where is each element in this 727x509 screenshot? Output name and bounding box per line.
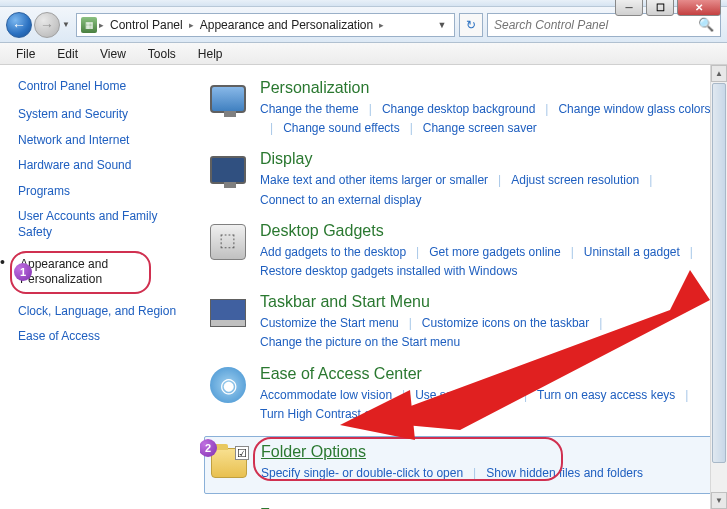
link-separator: | (410, 119, 413, 138)
category-title[interactable]: Folder Options (261, 443, 714, 461)
scrollbar[interactable]: ▲ ▼ (710, 65, 727, 509)
category-link[interactable]: Change the theme (260, 100, 359, 119)
breadcrumb-seg[interactable]: Control Panel (106, 18, 187, 32)
category-link[interactable]: Accommodate low vision (260, 386, 392, 405)
search-input[interactable] (494, 18, 698, 32)
maximize-button[interactable]: ☐ (646, 0, 674, 16)
category-link[interactable]: Use screen reader (415, 386, 514, 405)
category-ease-of-access-center: ◉Ease of Access CenterAccommodate low vi… (208, 365, 715, 424)
link-separator: | (599, 314, 602, 333)
scroll-down-button[interactable]: ▼ (711, 492, 727, 509)
menu-edit[interactable]: Edit (47, 45, 88, 63)
refresh-button[interactable]: ↻ (459, 13, 483, 37)
link-separator: | (473, 464, 476, 483)
sidebar-item-programs[interactable]: Programs (18, 184, 190, 200)
category-link[interactable]: Change screen saver (423, 119, 537, 138)
personalization-icon (208, 79, 248, 119)
category-link[interactable]: Add gadgets to the desktop (260, 243, 406, 262)
nav-history-dropdown[interactable]: ▼ (62, 20, 72, 30)
minimize-button[interactable]: ─ (615, 0, 643, 16)
category-link[interactable]: Change desktop background (382, 100, 535, 119)
address-dropdown[interactable]: ▼ (434, 20, 450, 30)
breadcrumb-sep: ▸ (379, 20, 384, 30)
close-button[interactable]: ✕ (677, 0, 721, 16)
category-folder-options: Folder OptionsSpecify single- or double-… (204, 436, 719, 494)
category-link[interactable]: Get more gadgets online (429, 243, 560, 262)
link-separator: | (545, 100, 548, 119)
category-title[interactable]: Personalization (260, 79, 715, 97)
content-pane: PersonalizationChange the theme|Change d… (200, 65, 727, 509)
category-desktop-gadgets: Desktop GadgetsAdd gadgets to the deskto… (208, 222, 715, 281)
category-title[interactable]: Ease of Access Center (260, 365, 715, 383)
category-link[interactable]: Change sound effects (283, 119, 400, 138)
category-link[interactable]: Adjust screen resolution (511, 171, 639, 190)
annotation-badge-2: 2 (200, 439, 217, 457)
link-separator: | (369, 100, 372, 119)
breadcrumb-sep: ▸ (189, 20, 194, 30)
link-separator: | (402, 386, 405, 405)
breadcrumb-seg[interactable]: Appearance and Personalization (196, 18, 377, 32)
sidebar-item-network[interactable]: Network and Internet (18, 133, 190, 149)
menu-file[interactable]: File (6, 45, 45, 63)
category-personalization: PersonalizationChange the theme|Change d… (208, 79, 715, 138)
taskbar-and-start-menu-icon (208, 293, 248, 333)
desktop-gadgets-icon (208, 222, 248, 262)
category-link[interactable]: Customize icons on the taskbar (422, 314, 589, 333)
breadcrumb-sep: ▸ (99, 20, 104, 30)
nav-buttons: ← → ▼ (6, 12, 72, 38)
category-link[interactable]: Uninstall a gadget (584, 243, 680, 262)
link-separator: | (685, 386, 688, 405)
category-link[interactable]: Turn High Contrast on or off (260, 405, 408, 424)
category-display: DisplayMake text and other items larger … (208, 150, 715, 209)
main-area: Control Panel Home System and Security N… (0, 65, 727, 509)
sidebar-item-ease[interactable]: Ease of Access (18, 329, 190, 345)
category-link[interactable]: Restore desktop gadgets installed with W… (260, 262, 517, 281)
category-link[interactable]: Change window glass colors (558, 100, 710, 119)
scroll-up-button[interactable]: ▲ (711, 65, 727, 82)
link-separator: | (270, 119, 273, 138)
menu-bar: File Edit View Tools Help (0, 43, 727, 65)
back-button[interactable]: ← (6, 12, 32, 38)
menu-help[interactable]: Help (188, 45, 233, 63)
category-link[interactable]: Make text and other items larger or smal… (260, 171, 488, 190)
category-taskbar-and-start-menu: Taskbar and Start MenuCustomize the Star… (208, 293, 715, 352)
sidebar-item-hardware[interactable]: Hardware and Sound (18, 158, 190, 174)
link-separator: | (498, 171, 501, 190)
control-panel-icon: ▦ (81, 17, 97, 33)
forward-button[interactable]: → (34, 12, 60, 38)
category-link[interactable]: Customize the Start menu (260, 314, 399, 333)
search-icon[interactable]: 🔍 (698, 17, 714, 32)
link-separator: | (571, 243, 574, 262)
category-link[interactable]: Show hidden files and folders (486, 464, 643, 483)
category-link[interactable]: Change the picture on the Start menu (260, 333, 460, 352)
menu-view[interactable]: View (90, 45, 136, 63)
category-title[interactable]: Desktop Gadgets (260, 222, 715, 240)
display-icon (208, 150, 248, 190)
category-link[interactable]: Turn on easy access keys (537, 386, 675, 405)
menu-tools[interactable]: Tools (138, 45, 186, 63)
category-link[interactable]: Specify single- or double-click to open (261, 464, 463, 483)
address-bar[interactable]: ▦ ▸ Control Panel ▸ Appearance and Perso… (76, 13, 455, 37)
category-title[interactable]: Display (260, 150, 715, 168)
sidebar-item-accounts[interactable]: User Accounts and Family Safety (18, 209, 190, 240)
link-separator: | (690, 243, 693, 262)
sidebar-item-system[interactable]: System and Security (18, 107, 190, 123)
sidebar-item-clock[interactable]: Clock, Language, and Region (18, 304, 190, 320)
link-separator: | (416, 243, 419, 262)
scrollbar-thumb[interactable] (712, 83, 726, 463)
category-title[interactable]: Taskbar and Start Menu (260, 293, 715, 311)
link-separator: | (649, 171, 652, 190)
link-separator: | (524, 386, 527, 405)
ease-of-access-center-icon: ◉ (208, 365, 248, 405)
annotation-badge-1: 1 (14, 263, 32, 281)
sidebar-home-link[interactable]: Control Panel Home (18, 79, 190, 93)
sidebar: Control Panel Home System and Security N… (0, 65, 200, 509)
window-title-bar: ─ ☐ ✕ (0, 0, 727, 7)
window-controls: ─ ☐ ✕ (615, 0, 721, 16)
category-link[interactable]: Connect to an external display (260, 191, 421, 210)
link-separator: | (409, 314, 412, 333)
search-box[interactable]: 🔍 (487, 13, 721, 37)
